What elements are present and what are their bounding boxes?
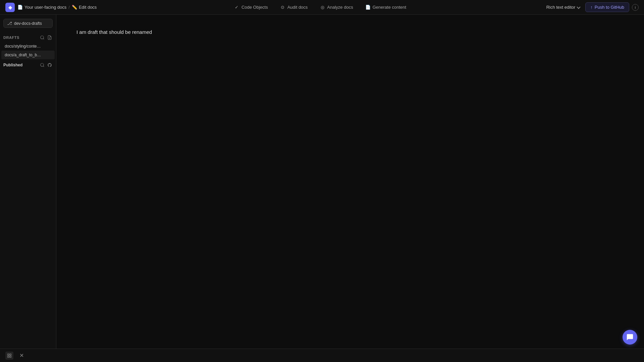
breadcrumb-item-1[interactable]: 📄 Your user-facing docs <box>17 5 66 10</box>
published-search-icon <box>40 63 45 67</box>
bottom-close-button[interactable]: ✕ <box>17 352 26 359</box>
generate-content-label: Generate content <box>373 5 406 10</box>
nav-left: ◈ 📄 Your user-facing docs / ✏️ Edit docs <box>5 3 97 12</box>
audit-docs-label: Audit docs <box>287 5 308 10</box>
code-objects-icon: ✓ <box>234 5 239 10</box>
push-github-label: Push to GitHub <box>595 5 624 10</box>
analyze-docs-label: Analyze docs <box>327 5 353 10</box>
repo-badge[interactable]: ⎇ dev-docs-drafts <box>3 19 53 28</box>
drafts-section-title: DRAFTS <box>3 36 19 40</box>
top-nav: ◈ 📄 Your user-facing docs / ✏️ Edit docs… <box>0 0 644 15</box>
published-section: Published <box>0 59 56 69</box>
breadcrumb-separator: / <box>68 5 70 10</box>
audit-docs-icon: ⊙ <box>280 5 285 10</box>
analyze-docs-action[interactable]: ◎ Analyze docs <box>317 3 356 11</box>
push-to-github-button[interactable]: ↑ Push to GitHub <box>585 2 629 12</box>
published-header: Published <box>3 62 53 68</box>
rich-text-editor-button[interactable]: Rich text editor <box>544 3 583 11</box>
published-github-button[interactable] <box>47 62 53 68</box>
breadcrumb-item-2[interactable]: ✏️ Edit docs <box>72 5 97 10</box>
repo-name: dev-docs-drafts <box>14 21 42 26</box>
generate-content-action[interactable]: 📄 Generate content <box>363 3 409 11</box>
generate-content-icon: 📄 <box>365 5 371 10</box>
drafts-section-header: DRAFTS <box>0 32 56 42</box>
draft-item-2[interactable]: docs/a_draft_to_be... ⋯ <box>1 51 55 59</box>
info-icon: i <box>635 5 636 9</box>
push-github-icon: ↑ <box>590 5 593 10</box>
search-icon <box>40 35 45 40</box>
drafts-add-button[interactable] <box>47 35 53 41</box>
svg-rect-6 <box>8 356 9 357</box>
breadcrumb-edit-icon: ✏️ <box>72 5 77 10</box>
breadcrumb-doc-icon: 📄 <box>17 5 23 10</box>
nav-center: ✓ Code Objects ⊙ Audit docs ◎ Analyze do… <box>231 3 409 11</box>
bottom-bar: ✕ <box>0 349 644 362</box>
content-area[interactable]: I am draft that should be renamed <box>56 15 644 362</box>
analyze-docs-icon: ◎ <box>320 5 325 10</box>
svg-rect-7 <box>10 356 11 357</box>
published-title: Published <box>3 63 22 67</box>
chat-button[interactable] <box>623 330 637 345</box>
draft-item-1[interactable]: docs/styling/context... ⋯ <box>1 42 55 51</box>
chevron-down-icon <box>577 5 581 9</box>
sidebar-header: ⎇ dev-docs-drafts <box>0 19 56 32</box>
sidebar: ⎇ dev-docs-drafts DRAFTS docs/s <box>0 15 56 362</box>
info-icon-button[interactable]: i <box>632 4 639 11</box>
editor-content: I am draft that should be renamed <box>76 28 378 36</box>
breadcrumb: 📄 Your user-facing docs / ✏️ Edit docs <box>17 5 97 10</box>
bottom-grid-icon[interactable] <box>5 352 13 360</box>
published-search-button[interactable] <box>39 62 45 68</box>
chat-icon <box>626 334 634 341</box>
code-objects-action[interactable]: ✓ Code Objects <box>231 3 271 11</box>
svg-point-3 <box>41 63 44 66</box>
github-icon <box>47 63 52 67</box>
app-logo: ◈ <box>5 3 15 12</box>
branch-icon: ⎇ <box>7 21 12 26</box>
grid-icon <box>7 353 12 358</box>
main-layout: ⎇ dev-docs-drafts DRAFTS docs/s <box>0 15 644 362</box>
draft-file-name-2: docs/a_draft_to_be... <box>5 53 42 57</box>
rich-text-editor-label: Rich text editor <box>546 5 576 10</box>
audit-docs-action[interactable]: ⊙ Audit docs <box>277 3 311 11</box>
svg-rect-5 <box>10 354 11 355</box>
drafts-search-button[interactable] <box>39 35 45 41</box>
add-file-icon <box>47 35 52 40</box>
svg-point-0 <box>41 36 44 39</box>
code-objects-label: Code Objects <box>241 5 268 10</box>
breadcrumb-label-1: Your user-facing docs <box>24 5 66 10</box>
editor-text: I am draft that should be renamed <box>76 28 378 36</box>
draft-file-name-1: docs/styling/context... <box>5 44 42 49</box>
svg-rect-4 <box>8 354 9 355</box>
published-actions <box>39 62 53 68</box>
breadcrumb-label-2: Edit docs <box>79 5 97 10</box>
drafts-section-actions <box>39 35 53 41</box>
nav-right: Rich text editor ↑ Push to GitHub i <box>544 2 639 12</box>
